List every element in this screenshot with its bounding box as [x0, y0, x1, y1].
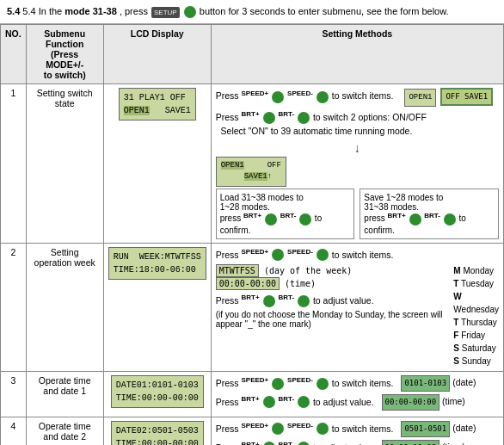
- brt-minus9-icon: [298, 442, 310, 445]
- row2-func: Setting operation week: [26, 243, 103, 371]
- row3-func: Operate time and date 1: [26, 371, 103, 417]
- row2-lcd: RUN WEEK:MTWTFSS TIME:18:00-06:00: [103, 243, 211, 371]
- row3-time-box: 00:00-00:00: [382, 394, 440, 410]
- row3-adjust-line: Press BRT+ BRT- to adjust value. 00:00-0…: [216, 394, 499, 411]
- header: 5.4 5.4 In the mode 31-38 , press SETUP …: [0, 0, 504, 24]
- row3-time-label: (time): [442, 396, 465, 406]
- open1-box: OPEN1: [404, 89, 436, 106]
- row3-date-label: (date): [452, 377, 476, 387]
- legend-w: W Wednesday: [453, 290, 499, 316]
- brt-minus7-icon: [298, 396, 310, 408]
- row1-save-box: Save 1~28 modes to31~38 modes. press BRT…: [360, 189, 499, 239]
- row3-setting: Press SPEED+ SPEED- to switch items. 010…: [211, 371, 503, 417]
- row1-lcd-display: 31 PLAY1 OFF OPEN1 SAVE1: [119, 88, 196, 121]
- col-header-setting: Setting Methods: [211, 25, 503, 84]
- brt-plus9-icon: [263, 442, 275, 445]
- header-text: 5.4 5.4 In the mode 31-38 , press SETUP …: [7, 6, 449, 16]
- row3-lcd: DATE01:0101-0103 TIME:00:00-00:00: [103, 371, 211, 417]
- brt-plus7-icon: [263, 396, 275, 408]
- row3-no: 3: [1, 371, 27, 417]
- row4-func: Operate time and date 2: [26, 417, 103, 445]
- row1-load-box: Load 31~38 modes to1~28 modes. press BRT…: [216, 189, 355, 239]
- row4-date-label: (date): [452, 423, 476, 433]
- legend-t2: T Thursday: [453, 316, 499, 329]
- row1-no: 1: [1, 84, 27, 243]
- row4-time-box: 00:00-00:00: [382, 440, 440, 445]
- legend-s2: S Sunday: [453, 355, 499, 368]
- row4-date-box: 0501-0501: [401, 421, 450, 436]
- row3-lcd-display: DATE01:0101-0103 TIME:00:00-00:00: [111, 375, 204, 408]
- brt-plus-icon: [263, 112, 275, 124]
- setup-badge: SETUP: [151, 7, 180, 18]
- brt-minus2-icon: [299, 213, 311, 226]
- time-box: 00:00-00:00: [216, 277, 280, 290]
- table-row: 1 Setting switch state 31 PLAY1 OFF OPEN…: [1, 84, 504, 243]
- row4-lcd: DATE02:0501-0503 TIME:00:00-00:00: [103, 417, 211, 445]
- row4-setting: Press SPEED+ SPEED- to switch items. 050…: [211, 417, 503, 445]
- col-header-func: Submenu Function(Press MODE+/-to switch): [26, 25, 103, 84]
- row3-date-box: 0101-0103: [401, 375, 450, 391]
- row2-week-area: MTWTFSS (day of the week) 00:00-00:00 (t…: [216, 264, 499, 368]
- table-row: 3 Operate time and date 1 DATE01:0101-01…: [1, 371, 504, 417]
- row4-lcd-display: DATE02:0501-0503 TIME:00:00-00:00: [111, 421, 204, 445]
- arrow-down: ↓: [216, 141, 499, 155]
- row1-switch-line: Press SPEED+ SPEED- to switch items. OPE…: [216, 88, 499, 106]
- row1-setting: Press SPEED+ SPEED- to switch items. OPE…: [211, 84, 503, 243]
- row2-adjust-line: Press BRT+ BRT- to adjust value.: [216, 293, 446, 307]
- speed-minus6-icon: [317, 378, 329, 390]
- row2-mtwtfss: MTWTFSS (day of the week): [216, 264, 446, 277]
- speed-plus-icon: [272, 91, 284, 103]
- save1-off-box: OFF SAVE1: [440, 88, 493, 105]
- row3-switch-line: Press SPEED+ SPEED- to switch items. 010…: [216, 375, 499, 392]
- speed-minus4-icon: [317, 249, 329, 261]
- row1-func: Setting switch state: [26, 84, 103, 243]
- row2-lcd-display: RUN WEEK:MTWTFSS TIME:18:00-06:00: [108, 247, 206, 280]
- legend-s1: S Saturday: [453, 342, 499, 355]
- main-table: NO. Submenu Function(Press MODE+/-to swi…: [0, 24, 504, 445]
- legend-m: M Monday: [453, 264, 499, 277]
- row4-no: 4: [1, 417, 27, 445]
- row2-week-left: MTWTFSS (day of the week) 00:00-00:00 (t…: [216, 264, 446, 368]
- legend-f: F Friday: [453, 329, 499, 342]
- row1-lcd2-area: OPEN1 OFF SAVE1↑: [216, 157, 499, 187]
- day-of-week-label: (day of the week): [264, 266, 352, 275]
- brt-plus2-icon: [265, 213, 277, 226]
- mtwtfss-box: MTWTFSS: [216, 264, 259, 277]
- row1-lcd2: OPEN1 OFF SAVE1↑: [216, 157, 286, 187]
- col-header-no: NO.: [1, 25, 27, 84]
- brt-plus3-icon: [409, 213, 421, 226]
- row1-lcd: 31 PLAY1 OFF OPEN1 SAVE1: [103, 84, 211, 243]
- time-label: (time): [285, 279, 316, 288]
- speed-plus6-icon: [272, 378, 284, 390]
- row2-time: 00:00-00:00 (time): [216, 277, 446, 290]
- brt-minus5-icon: [298, 295, 310, 307]
- row2-no: 2: [1, 243, 27, 371]
- row2-switch-line: Press SPEED+ SPEED- to switch items.: [216, 247, 499, 262]
- legend-t1: T Tuesday: [453, 277, 499, 290]
- table-row: 4 Operate time and date 2 DATE02:0501-05…: [1, 417, 504, 445]
- row4-time-label: (time): [442, 442, 465, 445]
- speed-minus-icon: [317, 91, 329, 103]
- row1-two-col: Load 31~38 modes to1~28 modes. press BRT…: [216, 189, 499, 239]
- mode-label: mode 31-38: [65, 6, 117, 16]
- row4-adjust-line: Press BRT+ BRT- to adjust value. 00:00-0…: [216, 440, 499, 445]
- row2-week-legend: M Monday T Tuesday W Wednesday T Thursda…: [453, 264, 499, 368]
- row2-setting: Press SPEED+ SPEED- to switch items. MTW…: [211, 243, 503, 371]
- brt-minus3-icon: [444, 213, 456, 226]
- row2-note: (if you do not choose the Monday to Sund…: [216, 310, 446, 329]
- section-number: 5.4: [7, 6, 20, 16]
- speed-minus8-icon: [317, 423, 329, 435]
- row4-switch-line: Press SPEED+ SPEED- to switch items. 050…: [216, 421, 499, 437]
- brt-minus-icon: [298, 112, 310, 124]
- col-header-lcd: LCD Display: [103, 25, 211, 84]
- table-row: 2 Setting operation week RUN WEEK:MTWTFS…: [1, 243, 504, 371]
- setup-button-icon: [184, 6, 196, 18]
- speed-plus4-icon: [272, 249, 284, 261]
- speed-plus8-icon: [272, 423, 284, 435]
- row1-onoff-line: Press BRT+ BRT- to switch 2 options: ON/…: [216, 109, 499, 139]
- brt-plus5-icon: [263, 295, 275, 307]
